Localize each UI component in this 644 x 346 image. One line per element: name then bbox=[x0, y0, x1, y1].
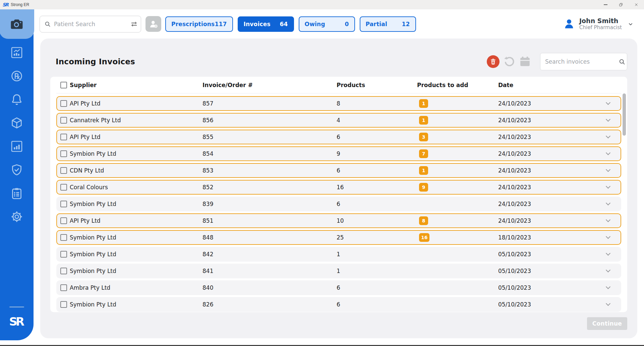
table-row[interactable]: Symbion Pty Ltd 842 1 05/10/2023 bbox=[56, 247, 621, 262]
table-row[interactable]: Symbion Pty Ltd 841 1 05/10/2023 bbox=[56, 264, 621, 278]
sidebar-item-settings[interactable] bbox=[0, 205, 34, 228]
row-checkbox[interactable] bbox=[60, 268, 67, 274]
row-checkbox[interactable] bbox=[60, 184, 67, 191]
column-header-products: Products bbox=[337, 82, 417, 88]
table-scrollbar[interactable] bbox=[623, 93, 626, 136]
supplier-cell: Symbion Pty Ltd bbox=[70, 201, 202, 207]
products-to-add-cell: 16 bbox=[417, 233, 498, 242]
invoice-number-cell: 842 bbox=[202, 251, 337, 258]
products-to-add-cell: 7 bbox=[417, 149, 498, 158]
table-row[interactable]: API Pty Ltd 851 10 8 24/10/2023 bbox=[56, 213, 621, 228]
tasks-icon bbox=[10, 187, 23, 200]
supplier-cell: CDN Pty Ltd bbox=[70, 167, 202, 174]
invoice-number-cell: 856 bbox=[202, 117, 337, 124]
sidebar-item-camera[interactable] bbox=[0, 9, 34, 39]
date-cell: 24/10/2023 bbox=[498, 217, 599, 224]
select-all-checkbox[interactable] bbox=[60, 82, 67, 88]
table-row[interactable]: Symbion Pty Ltd 839 6 24/10/2023 bbox=[56, 197, 621, 211]
supplier-cell: Symbion Pty Ltd bbox=[70, 301, 202, 308]
products-to-add-badge: 3 bbox=[419, 133, 428, 141]
refresh-button[interactable] bbox=[503, 56, 515, 68]
products-to-add-badge: 1 bbox=[419, 116, 428, 125]
filter-button-prescriptions[interactable]: Prescriptions117 bbox=[165, 16, 233, 32]
filter-button-invoices[interactable]: Invoices64 bbox=[238, 16, 294, 32]
table-row[interactable]: Ambra Pty Ltd 840 6 05/10/2023 bbox=[56, 280, 621, 295]
products-to-add-badge: 1 bbox=[419, 166, 428, 175]
table-row[interactable]: Symbion Pty Ltd 848 25 16 18/10/2023 bbox=[56, 230, 621, 245]
row-checkbox[interactable] bbox=[60, 117, 67, 124]
table-row[interactable]: Symbion Pty Ltd 854 9 7 24/10/2023 bbox=[56, 146, 621, 161]
person-add-icon bbox=[149, 19, 159, 29]
filter-button-owing[interactable]: Owing0 bbox=[299, 16, 355, 32]
close-button[interactable] bbox=[629, 0, 644, 9]
restore-button[interactable] bbox=[613, 0, 629, 9]
sidebar-item-analytics[interactable] bbox=[0, 41, 34, 64]
column-header-invoice: Invoice/Order # bbox=[202, 82, 337, 88]
sidebar-item-tasks[interactable] bbox=[0, 182, 34, 205]
row-checkbox[interactable] bbox=[60, 134, 67, 140]
row-checkbox[interactable] bbox=[60, 234, 67, 241]
products-to-add-badge: 8 bbox=[419, 216, 428, 225]
filter-tune-icon[interactable] bbox=[130, 20, 138, 28]
compliance-icon bbox=[10, 163, 23, 177]
products-count-cell: 6 bbox=[337, 301, 417, 308]
row-expand-chevron-icon[interactable] bbox=[605, 150, 610, 155]
row-checkbox[interactable] bbox=[60, 217, 67, 224]
date-cell: 24/10/2023 bbox=[498, 100, 599, 107]
products-to-add-cell: 8 bbox=[417, 216, 498, 225]
invoice-number-cell: 852 bbox=[202, 184, 337, 191]
row-checkbox[interactable] bbox=[60, 301, 67, 308]
notifications-icon bbox=[10, 93, 23, 106]
sidebar-item-notifications[interactable] bbox=[0, 88, 34, 111]
row-expand-chevron-icon[interactable] bbox=[605, 251, 610, 256]
row-expand-chevron-icon[interactable] bbox=[605, 100, 610, 105]
table-row[interactable]: CDN Pty Ltd 853 6 1 24/10/2023 bbox=[56, 163, 621, 178]
row-checkbox[interactable] bbox=[60, 284, 67, 291]
sidebar-item-reports[interactable] bbox=[0, 135, 34, 158]
sidebar-item-compliance[interactable] bbox=[0, 158, 34, 182]
row-checkbox[interactable] bbox=[60, 167, 67, 174]
user-name: John Smith bbox=[579, 17, 622, 25]
row-checkbox[interactable] bbox=[60, 251, 67, 258]
delete-button[interactable] bbox=[487, 55, 500, 68]
row-expand-chevron-icon[interactable] bbox=[605, 134, 610, 138]
minimize-button[interactable] bbox=[598, 0, 613, 9]
row-expand-chevron-icon[interactable] bbox=[605, 217, 610, 222]
patient-search-input[interactable] bbox=[54, 21, 127, 27]
row-expand-chevron-icon[interactable] bbox=[605, 284, 610, 289]
table-row[interactable]: API Pty Ltd 855 6 3 24/10/2023 bbox=[56, 130, 621, 144]
row-expand-chevron-icon[interactable] bbox=[605, 201, 610, 205]
table-row[interactable]: Symbion Pty Ltd 826 6 05/10/2023 bbox=[56, 297, 621, 312]
calendar-button[interactable] bbox=[519, 56, 531, 68]
table-row[interactable]: Cannatrek Pty Ltd 856 4 1 24/10/2023 bbox=[56, 113, 621, 128]
prescriptions-icon bbox=[10, 69, 23, 83]
invoice-search-input[interactable] bbox=[545, 58, 619, 65]
row-expand-chevron-icon[interactable] bbox=[605, 167, 610, 172]
continue-button[interactable]: Continue bbox=[587, 317, 627, 330]
table-row[interactable]: Coral Colours 852 16 9 24/10/2023 bbox=[56, 180, 621, 195]
row-checkbox[interactable] bbox=[60, 201, 67, 207]
row-checkbox[interactable] bbox=[60, 150, 67, 157]
filter-button-partial[interactable]: Partial12 bbox=[360, 16, 416, 32]
date-cell: 24/10/2023 bbox=[498, 167, 599, 174]
chevron-down-icon[interactable] bbox=[627, 21, 634, 27]
row-expand-chevron-icon[interactable] bbox=[605, 301, 610, 306]
sidebar-item-inventory[interactable] bbox=[0, 111, 34, 135]
date-cell: 24/10/2023 bbox=[498, 184, 599, 191]
titlebar: SR Strong ER bbox=[0, 0, 644, 9]
row-expand-chevron-icon[interactable] bbox=[605, 184, 610, 189]
invoice-number-cell: 851 bbox=[202, 217, 337, 224]
row-checkbox[interactable] bbox=[60, 100, 67, 107]
add-patient-button[interactable] bbox=[145, 16, 161, 32]
table-row[interactable]: API Pty Ltd 857 8 1 24/10/2023 bbox=[56, 96, 621, 111]
sidebar-item-prescriptions[interactable] bbox=[0, 64, 34, 88]
user-menu[interactable]: John Smith Chief Pharmacist bbox=[563, 17, 634, 31]
filter-label: Partial bbox=[366, 21, 388, 27]
supplier-cell: Coral Colours bbox=[70, 184, 202, 191]
patient-search bbox=[40, 16, 141, 32]
row-expand-chevron-icon[interactable] bbox=[605, 234, 610, 239]
row-expand-chevron-icon[interactable] bbox=[605, 268, 610, 272]
row-expand-chevron-icon[interactable] bbox=[605, 117, 610, 122]
invoice-number-cell: 840 bbox=[202, 284, 337, 291]
app-logo-icon: SR bbox=[2, 2, 8, 7]
